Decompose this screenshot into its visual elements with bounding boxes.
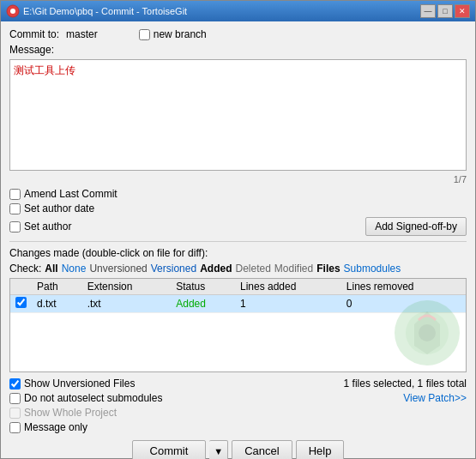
filter-versioned[interactable]: Versioned <box>151 263 196 275</box>
close-button[interactable]: ✕ <box>455 4 470 18</box>
col-status: Status <box>171 279 235 295</box>
message-textarea[interactable]: 测试工具上传 <box>9 59 467 171</box>
col-path: Path <box>32 279 82 295</box>
filter-modified[interactable]: Modified <box>274 263 313 275</box>
col-extension: Extension <box>82 279 172 295</box>
message-only-label: Message only <box>24 421 87 433</box>
maximize-button[interactable]: □ <box>437 4 453 18</box>
filter-all[interactable]: All <box>45 263 57 275</box>
window-controls: — □ ✕ <box>420 4 470 18</box>
filter-added[interactable]: Added <box>200 263 232 275</box>
window-title: E:\Git Demo\pbq - Commit - TortoiseGit <box>23 6 187 16</box>
svg-point-5 <box>419 324 436 341</box>
filter-files[interactable]: Files <box>316 263 340 275</box>
message-only-checkbox[interactable] <box>9 422 21 433</box>
commit-button[interactable]: Commit <box>132 440 207 459</box>
filter-submodules[interactable]: Submodules <box>344 263 401 275</box>
bottom-fourth-row: Message only <box>9 421 467 433</box>
window-content: Commit to: master new branch Message: 测试… <box>1 21 475 459</box>
bottom-second-row: Do not autoselect submodules View Patch>… <box>9 392 467 404</box>
title-bar: E:\Git Demo\pbq - Commit - TortoiseGit —… <box>1 1 475 21</box>
commit-dropdown-button[interactable]: ▼ <box>209 440 228 459</box>
cancel-button[interactable]: Cancel <box>232 440 292 459</box>
main-window: E:\Git Demo\pbq - Commit - TortoiseGit —… <box>0 0 476 459</box>
tortoise-watermark <box>393 299 461 367</box>
minimize-button[interactable]: — <box>420 4 436 18</box>
set-author-date-row: Set author date <box>9 202 467 214</box>
set-author-checkbox[interactable] <box>9 221 21 233</box>
app-icon <box>6 4 20 18</box>
file-table-container: Path Extension Status Lines added Lines … <box>9 278 467 372</box>
col-lines-removed: Lines removed <box>341 279 466 295</box>
commit-to-row: Commit to: master new branch <box>9 28 467 40</box>
amend-row: Amend Last Commit <box>9 188 467 200</box>
files-info: 1 files selected, 1 files total <box>344 377 467 390</box>
col-check <box>10 279 32 295</box>
row-status: Added <box>171 295 235 313</box>
filter-row: Check: All None Unversioned Versioned Ad… <box>9 263 467 275</box>
file-checkbox[interactable] <box>15 297 27 308</box>
filter-deleted[interactable]: Deleted <box>235 263 270 275</box>
set-author-date-checkbox[interactable] <box>9 203 21 214</box>
divider-1 <box>9 241 467 242</box>
check-label: Check: <box>9 263 41 275</box>
set-author-label: Set author <box>24 220 71 233</box>
new-branch-row: new branch <box>139 28 207 40</box>
commit-buttons-row: Commit ▼ Cancel Help <box>9 440 467 459</box>
amend-label: Amend Last Commit <box>24 188 117 200</box>
add-signed-off-button[interactable]: Add Signed-off-by <box>365 217 467 236</box>
commit-to-label: Commit to: <box>9 28 59 40</box>
counter-row: 1/7 <box>9 174 467 184</box>
set-author-date-label: Set author date <box>24 202 94 214</box>
branch-value: master <box>66 28 98 40</box>
row-check <box>10 295 32 313</box>
bottom-info-row: Show Unversioned Files 1 files selected,… <box>9 377 467 390</box>
message-label-row: Message: <box>9 44 467 56</box>
row-extension: .txt <box>82 295 172 313</box>
set-author-row: Set author <box>9 220 71 233</box>
new-branch-label: new branch <box>154 28 207 40</box>
show-unversioned-checkbox[interactable] <box>9 378 21 390</box>
svg-point-1 <box>10 9 15 14</box>
amend-checkbox[interactable] <box>9 189 21 200</box>
filter-none[interactable]: None <box>62 263 87 275</box>
bottom-section: Show Unversioned Files 1 files selected,… <box>9 377 467 433</box>
row-path: d.txt <box>32 295 82 313</box>
do-not-autoselect-label: Do not autoselect submodules <box>24 392 162 404</box>
message-label: Message: <box>9 44 54 56</box>
col-lines-added: Lines added <box>235 279 341 295</box>
view-patch-link[interactable]: View Patch>> <box>403 392 467 404</box>
do-not-autoselect-checkbox[interactable] <box>9 393 21 404</box>
new-branch-checkbox[interactable] <box>139 29 150 40</box>
show-whole-project-label: Show Whole Project <box>24 407 117 419</box>
options-section: Amend Last Commit Set author date Set au… <box>9 188 467 236</box>
help-button[interactable]: Help <box>296 440 345 459</box>
message-counter: 1/7 <box>454 174 467 184</box>
changes-label: Changes made (double-click on file for d… <box>9 247 467 259</box>
filter-unversioned[interactable]: Unversioned <box>89 263 147 275</box>
row-lines-added: 1 <box>235 295 341 313</box>
show-unversioned-label: Show Unversioned Files <box>24 377 135 390</box>
show-whole-project-checkbox <box>9 408 21 419</box>
bottom-third-row: Show Whole Project <box>9 407 467 419</box>
